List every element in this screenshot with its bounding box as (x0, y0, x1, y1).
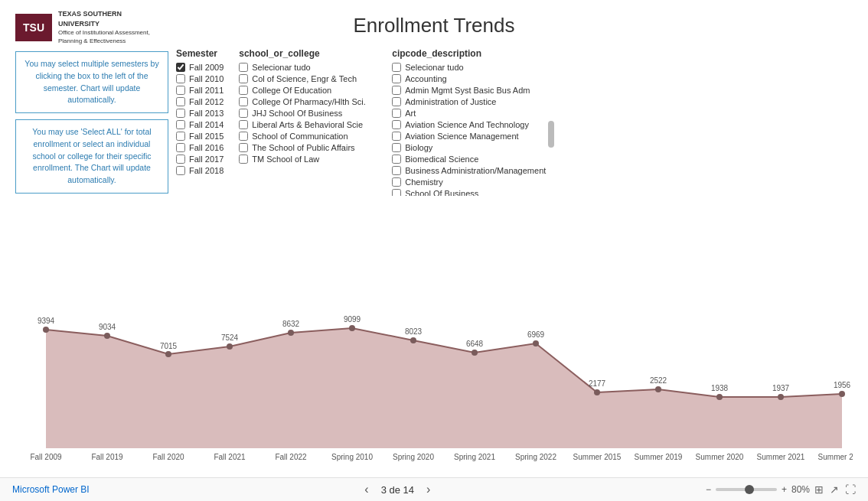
cip-item-5[interactable]: Aviation Science And Technology (392, 119, 560, 130)
cip-item-9[interactable]: Business Administration/Management (392, 165, 560, 176)
zoom-track[interactable] (716, 488, 777, 491)
cip-checkbox-2[interactable] (392, 86, 401, 95)
school-checkbox-0[interactable] (239, 63, 248, 72)
prev-page-button[interactable]: ‹ (361, 483, 371, 496)
semester-item-5[interactable]: Fall 2013 (176, 108, 224, 119)
cip-value-8: Biomedical Science (405, 155, 478, 164)
cip-item-7[interactable]: Biology (392, 142, 560, 153)
school-item-1[interactable]: Col of Science, Engr & Tech (239, 73, 377, 84)
semester-checkbox-7[interactable] (176, 132, 185, 141)
cip-item-3[interactable]: Administration of Justice (392, 96, 560, 107)
semester-item-3[interactable]: Fall 2011 (176, 85, 224, 96)
semester-label: Semester (176, 48, 224, 59)
school-checkbox-6[interactable] (239, 132, 248, 141)
xaxis-fall2022: Fall 2022 (275, 453, 307, 461)
semester-checkbox-6[interactable] (176, 120, 185, 129)
point-spring2020 (410, 337, 416, 343)
school-checkbox-3[interactable] (239, 97, 248, 106)
semester-checkbox-4[interactable] (176, 97, 185, 106)
page-info: 3 de 14 (381, 484, 414, 496)
semester-item-4[interactable]: Fall 2012 (176, 96, 224, 107)
xaxis-summer2019: Summer 2019 (635, 453, 683, 461)
school-value-6: School of Communication (252, 132, 348, 141)
cip-item-2[interactable]: Admin Mgmt Syst Basic Bus Adm (392, 85, 560, 96)
school-item-4[interactable]: JHJ School Of Business (239, 108, 377, 119)
semester-item-2[interactable]: Fall 2010 (176, 73, 224, 84)
cip-checkbox-10[interactable] (392, 177, 401, 187)
semester-items: Fall 2009 Fall 2010 Fall 2011 Fall 2012 (176, 62, 224, 176)
school-checkbox-7[interactable] (239, 143, 248, 152)
xaxis-summer2015: Summer 2015 (573, 453, 622, 461)
school-checkbox-5[interactable] (239, 120, 248, 129)
school-value-5: Liberal Arts & Behavioral Scie (252, 120, 363, 129)
semester-value-10: Fall 2018 (189, 166, 224, 175)
cip-checkbox-11[interactable] (392, 189, 401, 196)
fullscreen-icon[interactable]: ⛶ (845, 483, 856, 496)
school-checkbox-1[interactable] (239, 74, 248, 83)
school-college-items: Selecionar tudo Col of Science, Engr & T… (239, 62, 377, 164)
school-item-2[interactable]: College Of Education (239, 85, 377, 96)
cip-checkbox-5[interactable] (392, 120, 401, 129)
cip-item-6[interactable]: Aviation Science Management (392, 131, 560, 142)
school-item-7[interactable]: The School of Public Affairs (239, 142, 377, 153)
cip-checkbox-7[interactable] (392, 143, 401, 152)
label-spring2022: 6969 (527, 330, 545, 339)
xaxis-summer2020: Summer 2020 (696, 453, 744, 461)
share-icon[interactable]: ↗ (830, 483, 839, 496)
cip-checkbox-1[interactable] (392, 74, 401, 83)
fit-page-icon[interactable]: ⊞ (814, 483, 824, 496)
filters-area: Semester Fall 2009 Fall 2010 Fall 2011 (176, 45, 853, 314)
point-fall2009 (43, 327, 49, 333)
zoom-out-icon[interactable]: − (706, 484, 711, 495)
semester-checkbox-8[interactable] (176, 143, 185, 152)
cip-item-4[interactable]: Art (392, 108, 560, 119)
semester-checkbox-2[interactable] (176, 74, 185, 83)
cip-checkbox-8[interactable] (392, 155, 401, 164)
semester-checkbox-3[interactable] (176, 86, 185, 95)
cip-item-1[interactable]: Accounting (392, 73, 560, 84)
cip-value-6: Aviation Science Management (405, 132, 518, 141)
cip-checkbox-3[interactable] (392, 97, 401, 106)
cip-item-11[interactable]: School Of Business (392, 188, 560, 196)
point-summer2019 (655, 386, 661, 392)
cip-checkbox-0[interactable] (392, 63, 401, 72)
semester-filter: Semester Fall 2009 Fall 2010 Fall 2011 (176, 48, 224, 314)
cip-item-0[interactable]: Selecionar tudo (392, 62, 560, 73)
xaxis-spring2020: Spring 2020 (393, 453, 434, 461)
xaxis-fall2020: Fall 2020 (152, 453, 184, 461)
cip-checkbox-6[interactable] (392, 132, 401, 141)
semester-item-1[interactable]: Fall 2009 (176, 62, 224, 73)
semester-checkbox-10[interactable] (176, 166, 185, 175)
zoom-in-icon[interactable]: + (782, 484, 787, 495)
semester-item-10[interactable]: Fall 2018 (176, 165, 224, 176)
label-fall2022: 8632 (282, 320, 300, 328)
semester-item-8[interactable]: Fall 2016 (176, 142, 224, 153)
semester-item-6[interactable]: Fall 2014 (176, 119, 224, 130)
xaxis-spring2010: Spring 2010 (331, 453, 373, 461)
semester-item-9[interactable]: Fall 2017 (176, 154, 224, 164)
semester-checkbox-5[interactable] (176, 109, 185, 118)
cip-checkbox-4[interactable] (392, 109, 401, 118)
cip-item-10[interactable]: Chemistry (392, 177, 560, 187)
school-checkbox-4[interactable] (239, 109, 248, 118)
cip-value-10: Chemistry (405, 177, 443, 187)
school-item-5[interactable]: Liberal Arts & Behavioral Scie (239, 119, 377, 130)
cip-item-8[interactable]: Biomedical Science (392, 154, 560, 164)
school-item-3[interactable]: College Of Pharmacy/Hlth Sci. (239, 96, 377, 107)
semester-item-7[interactable]: Fall 2015 (176, 131, 224, 142)
school-item-8[interactable]: TM School of Law (239, 154, 377, 164)
next-page-button[interactable]: › (423, 483, 433, 496)
cip-scrollbar-thumb[interactable] (548, 121, 554, 148)
school-checkbox-2[interactable] (239, 86, 248, 95)
school-checkbox-8[interactable] (239, 155, 248, 164)
semester-value-2: Fall 2010 (189, 74, 224, 83)
zoom-thumb[interactable] (745, 485, 754, 494)
semester-value-3: Fall 2011 (189, 86, 224, 95)
semester-checkbox-1[interactable] (176, 63, 185, 72)
cip-checkbox-9[interactable] (392, 166, 401, 175)
semester-value-5: Fall 2013 (189, 109, 224, 118)
semester-checkbox-9[interactable] (176, 155, 185, 164)
school-item-0[interactable]: Selecionar tudo (239, 62, 377, 73)
school-item-6[interactable]: School of Communication (239, 131, 377, 142)
powerbi-link[interactable]: Microsoft Power BI (12, 484, 90, 495)
